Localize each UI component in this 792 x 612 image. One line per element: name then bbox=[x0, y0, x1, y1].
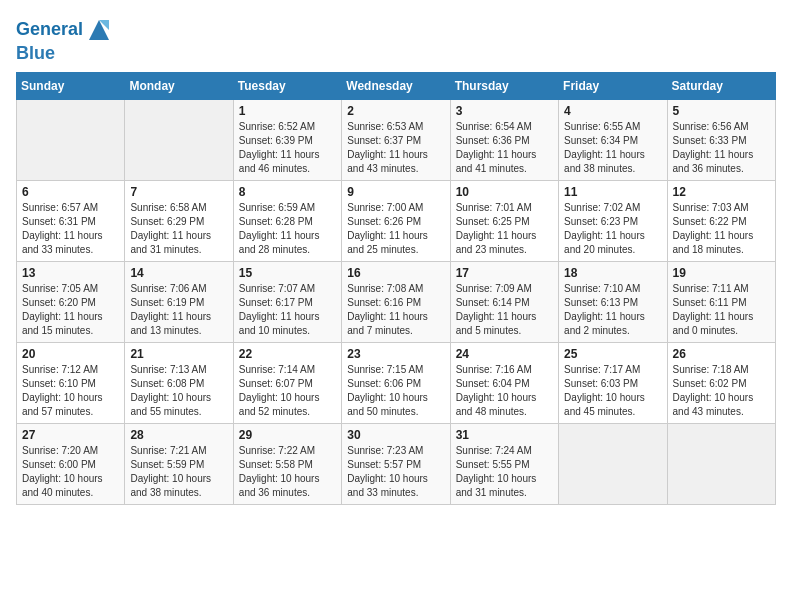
day-number: 12 bbox=[673, 185, 770, 199]
day-number: 4 bbox=[564, 104, 661, 118]
cell-content: Sunrise: 7:21 AMSunset: 5:59 PMDaylight:… bbox=[130, 444, 227, 500]
day-number: 11 bbox=[564, 185, 661, 199]
calendar-cell: 23Sunrise: 7:15 AMSunset: 6:06 PMDayligh… bbox=[342, 342, 450, 423]
calendar-cell: 16Sunrise: 7:08 AMSunset: 6:16 PMDayligh… bbox=[342, 261, 450, 342]
day-header-thursday: Thursday bbox=[450, 72, 558, 99]
cell-content: Sunrise: 7:10 AMSunset: 6:13 PMDaylight:… bbox=[564, 282, 661, 338]
cell-content: Sunrise: 7:12 AMSunset: 6:10 PMDaylight:… bbox=[22, 363, 119, 419]
calendar-table: SundayMondayTuesdayWednesdayThursdayFrid… bbox=[16, 72, 776, 505]
logo-text-blue: Blue bbox=[16, 44, 113, 64]
calendar-cell: 12Sunrise: 7:03 AMSunset: 6:22 PMDayligh… bbox=[667, 180, 775, 261]
calendar-cell: 27Sunrise: 7:20 AMSunset: 6:00 PMDayligh… bbox=[17, 423, 125, 504]
day-number: 25 bbox=[564, 347, 661, 361]
cell-content: Sunrise: 7:16 AMSunset: 6:04 PMDaylight:… bbox=[456, 363, 553, 419]
calendar-cell: 14Sunrise: 7:06 AMSunset: 6:19 PMDayligh… bbox=[125, 261, 233, 342]
cell-content: Sunrise: 7:13 AMSunset: 6:08 PMDaylight:… bbox=[130, 363, 227, 419]
cell-content: Sunrise: 7:18 AMSunset: 6:02 PMDaylight:… bbox=[673, 363, 770, 419]
calendar-week-row: 1Sunrise: 6:52 AMSunset: 6:39 PMDaylight… bbox=[17, 99, 776, 180]
calendar-cell: 24Sunrise: 7:16 AMSunset: 6:04 PMDayligh… bbox=[450, 342, 558, 423]
calendar-cell: 26Sunrise: 7:18 AMSunset: 6:02 PMDayligh… bbox=[667, 342, 775, 423]
day-number: 1 bbox=[239, 104, 336, 118]
day-number: 7 bbox=[130, 185, 227, 199]
cell-content: Sunrise: 7:01 AMSunset: 6:25 PMDaylight:… bbox=[456, 201, 553, 257]
cell-content: Sunrise: 7:15 AMSunset: 6:06 PMDaylight:… bbox=[347, 363, 444, 419]
calendar-cell: 11Sunrise: 7:02 AMSunset: 6:23 PMDayligh… bbox=[559, 180, 667, 261]
calendar-cell: 28Sunrise: 7:21 AMSunset: 5:59 PMDayligh… bbox=[125, 423, 233, 504]
cell-content: Sunrise: 7:20 AMSunset: 6:00 PMDaylight:… bbox=[22, 444, 119, 500]
day-header-wednesday: Wednesday bbox=[342, 72, 450, 99]
cell-content: Sunrise: 7:17 AMSunset: 6:03 PMDaylight:… bbox=[564, 363, 661, 419]
logo-text: General bbox=[16, 16, 113, 44]
calendar-week-row: 20Sunrise: 7:12 AMSunset: 6:10 PMDayligh… bbox=[17, 342, 776, 423]
calendar-cell bbox=[17, 99, 125, 180]
calendar-cell: 1Sunrise: 6:52 AMSunset: 6:39 PMDaylight… bbox=[233, 99, 341, 180]
calendar-cell bbox=[559, 423, 667, 504]
cell-content: Sunrise: 7:08 AMSunset: 6:16 PMDaylight:… bbox=[347, 282, 444, 338]
calendar-cell: 18Sunrise: 7:10 AMSunset: 6:13 PMDayligh… bbox=[559, 261, 667, 342]
day-number: 13 bbox=[22, 266, 119, 280]
cell-content: Sunrise: 7:22 AMSunset: 5:58 PMDaylight:… bbox=[239, 444, 336, 500]
day-header-saturday: Saturday bbox=[667, 72, 775, 99]
cell-content: Sunrise: 6:54 AMSunset: 6:36 PMDaylight:… bbox=[456, 120, 553, 176]
day-number: 18 bbox=[564, 266, 661, 280]
calendar-week-row: 6Sunrise: 6:57 AMSunset: 6:31 PMDaylight… bbox=[17, 180, 776, 261]
calendar-cell: 20Sunrise: 7:12 AMSunset: 6:10 PMDayligh… bbox=[17, 342, 125, 423]
cell-content: Sunrise: 6:53 AMSunset: 6:37 PMDaylight:… bbox=[347, 120, 444, 176]
cell-content: Sunrise: 7:06 AMSunset: 6:19 PMDaylight:… bbox=[130, 282, 227, 338]
cell-content: Sunrise: 7:09 AMSunset: 6:14 PMDaylight:… bbox=[456, 282, 553, 338]
calendar-cell: 25Sunrise: 7:17 AMSunset: 6:03 PMDayligh… bbox=[559, 342, 667, 423]
day-number: 20 bbox=[22, 347, 119, 361]
calendar-cell bbox=[667, 423, 775, 504]
calendar-cell: 6Sunrise: 6:57 AMSunset: 6:31 PMDaylight… bbox=[17, 180, 125, 261]
cell-content: Sunrise: 7:00 AMSunset: 6:26 PMDaylight:… bbox=[347, 201, 444, 257]
page-header: General Blue bbox=[16, 16, 776, 64]
cell-content: Sunrise: 7:14 AMSunset: 6:07 PMDaylight:… bbox=[239, 363, 336, 419]
calendar-cell: 13Sunrise: 7:05 AMSunset: 6:20 PMDayligh… bbox=[17, 261, 125, 342]
day-number: 22 bbox=[239, 347, 336, 361]
day-header-friday: Friday bbox=[559, 72, 667, 99]
day-number: 24 bbox=[456, 347, 553, 361]
cell-content: Sunrise: 6:56 AMSunset: 6:33 PMDaylight:… bbox=[673, 120, 770, 176]
calendar-header-row: SundayMondayTuesdayWednesdayThursdayFrid… bbox=[17, 72, 776, 99]
calendar-cell: 17Sunrise: 7:09 AMSunset: 6:14 PMDayligh… bbox=[450, 261, 558, 342]
day-number: 19 bbox=[673, 266, 770, 280]
day-number: 26 bbox=[673, 347, 770, 361]
cell-content: Sunrise: 6:52 AMSunset: 6:39 PMDaylight:… bbox=[239, 120, 336, 176]
day-header-tuesday: Tuesday bbox=[233, 72, 341, 99]
cell-content: Sunrise: 6:55 AMSunset: 6:34 PMDaylight:… bbox=[564, 120, 661, 176]
calendar-cell: 22Sunrise: 7:14 AMSunset: 6:07 PMDayligh… bbox=[233, 342, 341, 423]
day-number: 10 bbox=[456, 185, 553, 199]
day-number: 28 bbox=[130, 428, 227, 442]
cell-content: Sunrise: 7:11 AMSunset: 6:11 PMDaylight:… bbox=[673, 282, 770, 338]
calendar-cell bbox=[125, 99, 233, 180]
day-number: 14 bbox=[130, 266, 227, 280]
calendar-cell: 3Sunrise: 6:54 AMSunset: 6:36 PMDaylight… bbox=[450, 99, 558, 180]
cell-content: Sunrise: 7:05 AMSunset: 6:20 PMDaylight:… bbox=[22, 282, 119, 338]
day-number: 15 bbox=[239, 266, 336, 280]
cell-content: Sunrise: 6:59 AMSunset: 6:28 PMDaylight:… bbox=[239, 201, 336, 257]
day-number: 9 bbox=[347, 185, 444, 199]
cell-content: Sunrise: 6:57 AMSunset: 6:31 PMDaylight:… bbox=[22, 201, 119, 257]
calendar-cell: 30Sunrise: 7:23 AMSunset: 5:57 PMDayligh… bbox=[342, 423, 450, 504]
day-header-sunday: Sunday bbox=[17, 72, 125, 99]
day-header-monday: Monday bbox=[125, 72, 233, 99]
day-number: 23 bbox=[347, 347, 444, 361]
day-number: 16 bbox=[347, 266, 444, 280]
calendar-cell: 2Sunrise: 6:53 AMSunset: 6:37 PMDaylight… bbox=[342, 99, 450, 180]
logo: General Blue bbox=[16, 16, 113, 64]
calendar-cell: 21Sunrise: 7:13 AMSunset: 6:08 PMDayligh… bbox=[125, 342, 233, 423]
calendar-cell: 7Sunrise: 6:58 AMSunset: 6:29 PMDaylight… bbox=[125, 180, 233, 261]
cell-content: Sunrise: 6:58 AMSunset: 6:29 PMDaylight:… bbox=[130, 201, 227, 257]
logo-icon bbox=[85, 16, 113, 44]
day-number: 5 bbox=[673, 104, 770, 118]
calendar-week-row: 13Sunrise: 7:05 AMSunset: 6:20 PMDayligh… bbox=[17, 261, 776, 342]
day-number: 2 bbox=[347, 104, 444, 118]
calendar-cell: 10Sunrise: 7:01 AMSunset: 6:25 PMDayligh… bbox=[450, 180, 558, 261]
day-number: 17 bbox=[456, 266, 553, 280]
day-number: 27 bbox=[22, 428, 119, 442]
day-number: 6 bbox=[22, 185, 119, 199]
day-number: 21 bbox=[130, 347, 227, 361]
calendar-week-row: 27Sunrise: 7:20 AMSunset: 6:00 PMDayligh… bbox=[17, 423, 776, 504]
day-number: 29 bbox=[239, 428, 336, 442]
cell-content: Sunrise: 7:02 AMSunset: 6:23 PMDaylight:… bbox=[564, 201, 661, 257]
